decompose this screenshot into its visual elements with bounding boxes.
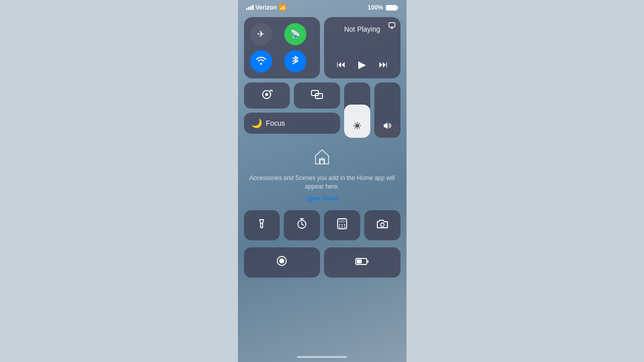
wifi-icon-btn (256, 57, 266, 66)
status-left: Verizon 📶 (246, 4, 287, 11)
connectivity-panel: ✈ 📡 (244, 17, 320, 78)
flashlight-icon (256, 218, 267, 232)
home-bar (297, 356, 347, 358)
control-center-content: ✈ 📡 (238, 13, 407, 352)
svg-rect-17 (261, 223, 263, 228)
svg-line-11 (359, 128, 359, 128)
home-section: Accessories and Scenes you add in the Ho… (244, 142, 400, 206)
screen-record-icon (276, 255, 287, 269)
home-description: Accessories and Scenes you add in the Ho… (244, 174, 400, 191)
svg-point-26 (339, 226, 340, 227)
svg-marker-16 (260, 220, 264, 223)
bluetooth-button[interactable] (284, 50, 306, 72)
bluetooth-icon (292, 55, 299, 68)
battery-fill (386, 6, 396, 10)
rewind-button[interactable]: ⏮ (335, 57, 348, 72)
airplane-mode-button[interactable]: ✈ (250, 23, 272, 45)
svg-point-31 (279, 258, 284, 263)
wifi-icon: 📶 (279, 4, 286, 11)
timer-button[interactable] (284, 210, 320, 240)
open-home-link[interactable]: Open Home (306, 195, 339, 202)
svg-line-10 (355, 123, 355, 124)
screen-mirror-button[interactable] (294, 82, 340, 109)
volume-slider[interactable] (374, 82, 400, 138)
svg-rect-22 (339, 220, 345, 222)
svg-line-13 (355, 128, 355, 128)
battery-widget-icon (355, 256, 369, 269)
signal-bar-4 (252, 5, 254, 10)
focus-label: Focus (266, 119, 285, 127)
svg-rect-33 (357, 259, 362, 263)
carrier-name: Verizon (256, 4, 277, 11)
mid-left: 🌙 Focus (244, 82, 340, 138)
screen-record-button[interactable] (244, 247, 320, 278)
orientation-lock-button[interactable] (244, 82, 290, 109)
svg-point-28 (344, 226, 345, 227)
svg-point-24 (342, 224, 343, 225)
battery-icon (386, 5, 398, 11)
svg-point-5 (355, 124, 359, 128)
mid-area: 🌙 Focus (244, 82, 400, 138)
airplay-icon[interactable] (388, 22, 395, 31)
svg-point-29 (380, 223, 384, 226)
cellular-button[interactable]: 📡 (284, 23, 306, 45)
wifi-button[interactable] (250, 50, 272, 72)
screen-mirror-icon (311, 90, 323, 102)
focus-button[interactable]: 🌙 Focus (244, 113, 340, 134)
focus-row: 🌙 Focus (244, 113, 340, 134)
svg-point-25 (344, 224, 345, 225)
home-app-icon (313, 148, 331, 170)
battery-widget-button[interactable] (324, 247, 400, 278)
svg-point-15 (321, 157, 323, 159)
camera-icon (376, 219, 388, 232)
calculator-icon (337, 218, 347, 232)
battery-percentage: 100% (368, 4, 383, 11)
sliders-area (344, 82, 400, 138)
play-button[interactable]: ▶ (356, 56, 368, 72)
svg-rect-0 (389, 23, 395, 27)
fast-forward-button[interactable]: ⏭ (377, 57, 390, 72)
status-right: 100% (368, 4, 398, 11)
volume-icon (383, 122, 392, 132)
flashlight-button[interactable] (244, 210, 280, 240)
svg-rect-34 (367, 260, 368, 262)
media-controls: ⏮ ▶ ⏭ (330, 56, 394, 72)
signal-bar-3 (250, 6, 252, 10)
phone-frame: Verizon 📶 100% ✈ 📡 (238, 0, 407, 362)
brightness-slider[interactable] (344, 82, 370, 138)
brightness-fill (344, 105, 370, 138)
camera-button[interactable] (364, 210, 400, 240)
bottom-row-1 (244, 210, 400, 243)
calculator-button[interactable] (324, 210, 360, 240)
airplane-icon: ✈ (257, 30, 265, 39)
brightness-icon (353, 122, 361, 132)
status-bar: Verizon 📶 100% (238, 0, 407, 13)
svg-point-2 (265, 93, 268, 96)
signal-bars (246, 5, 254, 10)
bottom-row-2 (244, 247, 400, 281)
media-player-panel: Not Playing ⏮ ▶ ⏭ (324, 17, 400, 78)
svg-point-23 (339, 224, 340, 225)
signal-bar-2 (248, 7, 250, 10)
home-indicator (238, 352, 407, 362)
signal-bar-1 (246, 8, 248, 10)
second-row (244, 82, 340, 109)
svg-point-27 (342, 226, 343, 227)
svg-line-12 (359, 123, 359, 124)
timer-icon (296, 218, 307, 232)
cellular-icon: 📡 (290, 30, 300, 38)
battery-body (386, 5, 397, 11)
svg-rect-14 (320, 160, 324, 164)
moon-icon: 🌙 (251, 118, 262, 129)
orientation-lock-icon (261, 88, 273, 103)
svg-rect-4 (315, 94, 323, 99)
media-title: Not Playing (330, 23, 394, 33)
top-row: ✈ 📡 (244, 17, 400, 78)
battery-tip (397, 7, 398, 9)
